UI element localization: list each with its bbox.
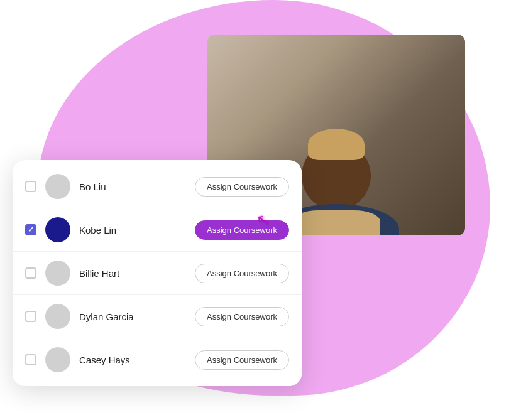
dylan-garcia-checkbox[interactable] — [25, 311, 36, 322]
person-head — [302, 141, 371, 210]
dylan-garcia-avatar — [45, 304, 70, 329]
list-item: Billie Hart Assign Coursework — [13, 252, 302, 295]
billie-hart-assign-button[interactable]: Assign Coursework — [195, 264, 289, 283]
kobe-lin-assign-button[interactable]: Assign Coursework — [195, 220, 289, 240]
bo-liu-name: Bo Liu — [79, 181, 186, 192]
casey-hays-avatar — [45, 347, 70, 372]
casey-hays-name: Casey Hays — [79, 355, 186, 365]
bo-liu-assign-button[interactable]: Assign Coursework — [195, 177, 289, 197]
dylan-garcia-name: Dylan Garcia — [79, 311, 186, 322]
billie-hart-checkbox[interactable] — [25, 267, 36, 279]
kobe-lin-name: Kobe Lin — [79, 225, 186, 235]
kobe-lin-checkbox[interactable] — [25, 224, 36, 235]
billie-hart-avatar — [45, 261, 70, 286]
bo-liu-avatar — [45, 174, 70, 199]
list-item: Casey Hays Assign Coursework — [13, 338, 302, 381]
student-list-panel: Bo Liu Assign Coursework Kobe Lin Assign… — [13, 160, 302, 386]
casey-hays-checkbox[interactable] — [25, 354, 36, 365]
bo-liu-checkbox[interactable] — [25, 181, 36, 192]
list-item: Bo Liu Assign Coursework — [13, 165, 302, 208]
main-scene: Bo Liu Assign Coursework Kobe Lin Assign… — [0, 0, 516, 420]
casey-hays-assign-button[interactable]: Assign Coursework — [195, 350, 289, 370]
dylan-garcia-assign-button[interactable]: Assign Coursework — [195, 307, 289, 326]
billie-hart-name: Billie Hart — [79, 268, 186, 279]
list-item: Dylan Garcia Assign Coursework — [13, 295, 302, 338]
kobe-lin-avatar — [45, 217, 70, 242]
